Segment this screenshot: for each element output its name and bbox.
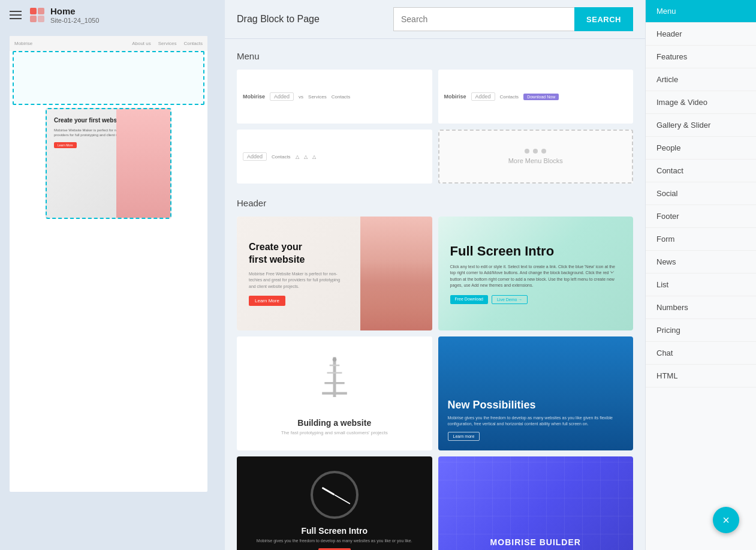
sidebar-item-gallery-slider[interactable]: Gallery & Slider [646,114,756,137]
more-blocks-dots [525,149,546,154]
sidebar-item-html[interactable]: HTML [646,365,756,387]
canvas-drag-selection [13,51,204,105]
sidebar-item-menu[interactable]: Menu [646,0,756,23]
menu-block-2-logo: Mobirise [444,94,466,100]
site-subtitle: Site-01-24_1050 [50,17,99,24]
block-np-title: New Possibilities [448,399,624,411]
block-img-fullscreen: Full Screen Intro Click any text to edit… [438,217,634,330]
menu-block-3-nav: Contacts △ △ △ [272,154,316,160]
clock-hand-minute [334,494,350,504]
canvas-top-bar: Mobirise About usServicesContacts [10,36,207,51]
menu-block-1[interactable]: Mobirise Added vsServicesContacts [237,70,432,124]
menu-block-2-badge: Added [471,92,495,101]
menu-block-2-nav: Contacts [500,94,519,100]
right-sidebar: Menu Header Features Article Image & Vid… [645,0,756,550]
header-section-title: Header [237,198,633,208]
block-fs-desc: Click any text to edit or style it. Sele… [450,264,622,289]
site-title: Home [50,6,99,17]
block-hero-desc: Mobirise Free Website Maker is perfect f… [249,271,348,290]
header-block-2[interactable]: Full Screen Intro Click any text to edit… [438,217,634,330]
block-hero-btn: Learn More [249,296,285,306]
sidebar-item-people[interactable]: People [646,137,756,160]
header-block-4[interactable]: New Possibilities Mobirise gives you the… [438,336,634,450]
svg-rect-5 [329,364,339,366]
canvas-logo-text: Mobirise [14,41,32,46]
grid-overlay [438,456,634,550]
drag-block-title: Drag Block to Page [237,14,320,25]
sidebar-item-image-video[interactable]: Image & Video [646,91,756,114]
block-img-mobirise-builder: MOBIRISE BUILDER Mobirise gives you the … [438,456,634,550]
header-block-5[interactable]: Full Screen Intro Mobirise gives you the… [237,456,432,550]
main-panel: Drag Block to Page SEARCH Menu Mobirise … [225,0,645,550]
svg-point-9 [332,357,336,362]
sidebar-item-list[interactable]: List [646,274,756,296]
block-img-clock: Full Screen Intro Mobirise gives you the… [237,456,432,550]
menu-block-1-nav: vsServicesContacts [299,94,350,100]
svg-rect-6 [327,372,342,374]
canvas-featured-block: Create your first website Mobirise Websi… [46,108,171,219]
menu-block-1-badge: Added [270,92,294,101]
block-fs2-title: Full Screen Intro [302,526,368,536]
sidebar-item-news[interactable]: News [646,251,756,274]
search-container: SEARCH [393,7,633,31]
block-person-img [360,217,432,330]
sidebar-item-form[interactable]: Form [646,228,756,251]
block-fs-btns: Free Download Live Demo → [450,295,622,304]
svg-rect-2 [30,16,37,22]
site-canvas: Mobirise About usServicesContacts Create… [10,36,207,492]
logo-area: Home Site-01-24_1050 [29,6,99,24]
block-np-desc: Mobirise gives you the freedom to develo… [448,415,624,427]
menu-block-2-download-btn: Download Now [523,94,559,100]
menu-block-3[interactable]: Added Contacts △ △ △ [237,130,432,184]
hamburger-menu[interactable] [10,11,22,19]
search-button[interactable]: SEARCH [574,7,633,31]
menu-section-title: Menu [237,51,633,61]
sidebar-item-numbers[interactable]: Numbers [646,296,756,319]
top-bar: Home Site-01-24_1050 [0,0,225,30]
block-np-btn: Learn more [448,432,480,441]
sidebar-item-header[interactable]: Header [646,23,756,46]
blocks-area[interactable]: Menu Mobirise Added vsServicesContacts M… [225,39,645,550]
block-fs-btn-download: Free Download [450,295,488,304]
sidebar-item-features[interactable]: Features [646,46,756,68]
sidebar-item-social[interactable]: Social [646,182,756,205]
canvas-person-img [116,109,170,218]
sidebar-item-pricing[interactable]: Pricing [646,319,756,342]
dot-1 [525,149,529,154]
search-input[interactable] [393,7,574,31]
block-img-hero: Create yourfirst website Mobirise Free W… [237,217,432,330]
site-preview-area: Mobirise About usServicesContacts Create… [0,30,225,550]
block-img-new-possibilities: New Possibilities Mobirise gives you the… [438,336,634,450]
menu-block-2[interactable]: Mobirise Added Contacts Download Now [438,70,634,124]
dot-3 [541,149,546,154]
block-fs-btn-live: Live Demo → [492,295,528,304]
menu-blocks-grid: Mobirise Added vsServicesContacts Mobiri… [237,70,633,184]
header-block-6[interactable]: MOBIRISE BUILDER Mobirise gives you the … [438,456,634,550]
menu-block-1-logo: Mobirise [243,94,265,100]
sidebar-item-article[interactable]: Article [646,68,756,91]
close-button[interactable]: × [713,507,739,533]
svg-rect-0 [30,8,37,14]
block-fs2-desc: Mobirise gives you the freedom to develo… [257,538,412,544]
app-logo-icon [29,7,46,23]
menu-block-more[interactable]: More Menu Blocks [438,130,634,184]
svg-rect-3 [38,16,44,22]
site-preview-panel: Home Site-01-24_1050 Mobirise About usSe… [0,0,225,550]
close-icon: × [722,514,730,526]
dot-2 [533,149,538,154]
header-block-1[interactable]: Create yourfirst website Mobirise Free W… [237,217,432,330]
more-menu-text: More Menu Blocks [508,157,563,164]
block-fs-title: Full Screen Intro [450,244,622,259]
canvas-featured-content: Create your first website Mobirise Websi… [47,109,170,218]
sidebar-item-chat[interactable]: Chat [646,342,756,365]
header-block-3[interactable]: Building a website The fast prototyping … [237,336,432,450]
site-info: Home Site-01-24_1050 [50,6,99,24]
block-building-title: Building a website [297,418,371,428]
svg-rect-7 [324,382,344,384]
clock-visual [311,471,359,519]
sidebar-item-contact[interactable]: Contact [646,160,756,182]
block-hero-title: Create yourfirst website [249,241,348,266]
tower-icon [317,352,353,412]
menu-block-3-badge: Added [243,152,267,161]
sidebar-item-footer[interactable]: Footer [646,205,756,228]
